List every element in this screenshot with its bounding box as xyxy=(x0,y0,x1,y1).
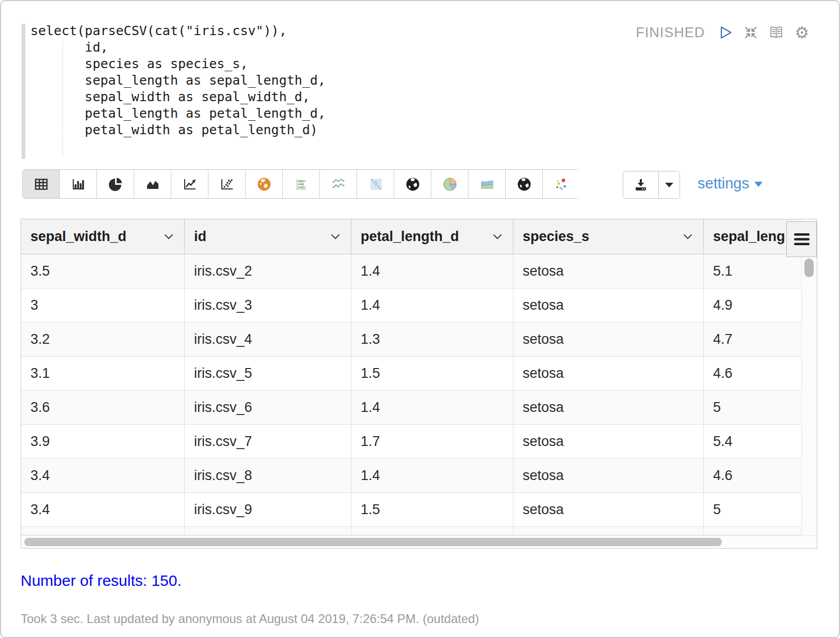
viz-globe-dark-button[interactable] xyxy=(394,170,431,198)
results-summary: Number of results: 150. xyxy=(21,572,182,589)
cell: 5 xyxy=(704,493,802,527)
cell: iris.csv_6 xyxy=(185,391,351,424)
viz-globe-dark-2-button[interactable] xyxy=(506,170,543,198)
cell: 1.4 xyxy=(351,254,513,288)
viz-scatter-chart-button[interactable] xyxy=(208,170,246,198)
chevron-down-icon[interactable] xyxy=(683,234,693,240)
cell: 3.5 xyxy=(21,254,185,288)
table-row: 3 iris.csv_3 1.4 setosa 4.9 xyxy=(21,289,802,323)
cell xyxy=(185,527,351,535)
cell: 3.4 xyxy=(21,459,185,492)
cell: 1.4 xyxy=(351,459,513,492)
table-row: 3.9 iris.csv_7 1.7 setosa 5.4 xyxy=(21,425,802,459)
code-line: sepal_width as sepal_width_d, xyxy=(30,89,486,105)
cell xyxy=(704,527,802,535)
play-icon xyxy=(719,25,733,40)
column-header-species-s[interactable]: species_s xyxy=(513,219,704,254)
column-header-sepal-width-d[interactable]: sepal_width_d xyxy=(21,219,185,254)
cell: setosa xyxy=(513,357,704,390)
chevron-down-icon[interactable] xyxy=(164,234,174,240)
chevron-down-icon[interactable] xyxy=(492,234,503,240)
viz-bar-chart-button[interactable] xyxy=(60,170,97,198)
viz-scatter-colored-button[interactable] xyxy=(543,170,580,198)
code-line: sepal_length as sepal_length_d, xyxy=(30,72,486,89)
viz-pie-colored-button[interactable] xyxy=(431,170,469,198)
cell: setosa xyxy=(513,459,704,492)
heatmap-grid-icon xyxy=(368,177,383,192)
cell xyxy=(351,527,513,535)
run-button[interactable] xyxy=(719,25,733,40)
cell: setosa xyxy=(513,391,704,424)
column-label: species_s xyxy=(523,229,589,245)
report-view-button[interactable] xyxy=(769,25,784,40)
cell: setosa xyxy=(513,323,704,356)
viz-heatmap-grid-button[interactable] xyxy=(357,170,394,198)
cell: 3.6 xyxy=(21,391,185,424)
indent-guide xyxy=(62,41,63,157)
bar-chart-icon xyxy=(71,177,86,192)
viz-globe-orange-button[interactable] xyxy=(246,170,283,198)
cell: iris.csv_7 xyxy=(185,425,351,458)
cell: 4.6 xyxy=(704,357,802,390)
cell: 5.4 xyxy=(704,425,802,458)
paragraph-controls: FINISHED xyxy=(636,24,809,41)
table-menu-button[interactable] xyxy=(786,221,817,257)
visualization-toolbar xyxy=(22,169,580,199)
settings-gear-button[interactable]: ⚙ xyxy=(795,25,809,41)
download-split-button xyxy=(623,171,680,199)
cell: iris.csv_9 xyxy=(185,493,351,527)
horizontal-scrollbar[interactable] xyxy=(21,535,817,548)
viz-dot-matrix-button[interactable] xyxy=(283,170,320,198)
table-row: 3.4 iris.csv_8 1.4 setosa 4.6 xyxy=(21,459,802,493)
table-icon xyxy=(34,177,49,192)
cell: iris.csv_3 xyxy=(185,289,351,322)
cell: iris.csv_2 xyxy=(185,254,351,288)
download-icon xyxy=(633,177,649,193)
cell: 4.7 xyxy=(704,323,802,356)
cell: 3.9 xyxy=(21,425,185,458)
viz-area-chart-button[interactable] xyxy=(134,170,171,198)
code-line: select(parseCSV(cat("iris.csv")), xyxy=(30,23,486,39)
cell: iris.csv_4 xyxy=(185,323,351,356)
cell: 5.1 xyxy=(704,254,802,288)
column-header-petal-length-d[interactable]: petal_length_d xyxy=(351,219,513,254)
book-icon xyxy=(769,25,784,40)
download-button[interactable] xyxy=(623,171,659,198)
cell: 1.4 xyxy=(351,391,513,424)
zeppelin-paragraph: select(parseCSV(cat("iris.csv")), id, sp… xyxy=(0,0,840,638)
code-line: species as species_s, xyxy=(30,56,486,72)
gear-icon: ⚙ xyxy=(795,25,809,41)
vertical-scrollbar-thumb[interactable] xyxy=(804,259,814,277)
viz-table-button[interactable] xyxy=(23,170,60,198)
settings-link[interactable]: settings xyxy=(698,175,763,192)
cell: 5 xyxy=(704,391,802,424)
pie-colored-icon xyxy=(442,177,458,192)
status-badge: FINISHED xyxy=(636,25,705,41)
stream-area-icon xyxy=(479,177,495,192)
cell: 3.4 xyxy=(21,493,185,527)
code-editor[interactable]: select(parseCSV(cat("iris.csv")), id, sp… xyxy=(22,23,486,138)
horizontal-scrollbar-thumb[interactable] xyxy=(24,538,722,546)
table-row: 3.2 iris.csv_4 1.3 setosa 4.7 xyxy=(21,323,802,357)
download-options-button[interactable] xyxy=(659,171,680,198)
cell: 3.1 xyxy=(21,357,185,390)
column-header-id[interactable]: id xyxy=(185,219,351,254)
viz-line-chart-button[interactable] xyxy=(171,170,208,198)
cell: setosa xyxy=(513,254,704,288)
collapse-button[interactable] xyxy=(744,25,758,40)
cell: 1.7 xyxy=(351,425,513,458)
code-line: petal_length as petal_length_d, xyxy=(30,105,486,122)
table-header-row: sepal_width_d id petal_length_d species_… xyxy=(21,219,802,254)
cell xyxy=(21,527,185,535)
globe-dark-icon xyxy=(405,177,421,192)
viz-sparkline-button[interactable] xyxy=(320,170,357,198)
cell: 1.5 xyxy=(351,357,513,390)
viz-pie-chart-button[interactable] xyxy=(97,170,134,198)
viz-stream-area-button[interactable] xyxy=(469,170,506,198)
vertical-scrollbar[interactable] xyxy=(801,254,817,535)
chevron-down-icon[interactable] xyxy=(330,234,341,240)
table-row-clipped xyxy=(21,527,802,535)
caret-down-icon xyxy=(665,183,673,187)
hamburger-menu-icon xyxy=(794,233,810,245)
cell xyxy=(513,527,704,535)
